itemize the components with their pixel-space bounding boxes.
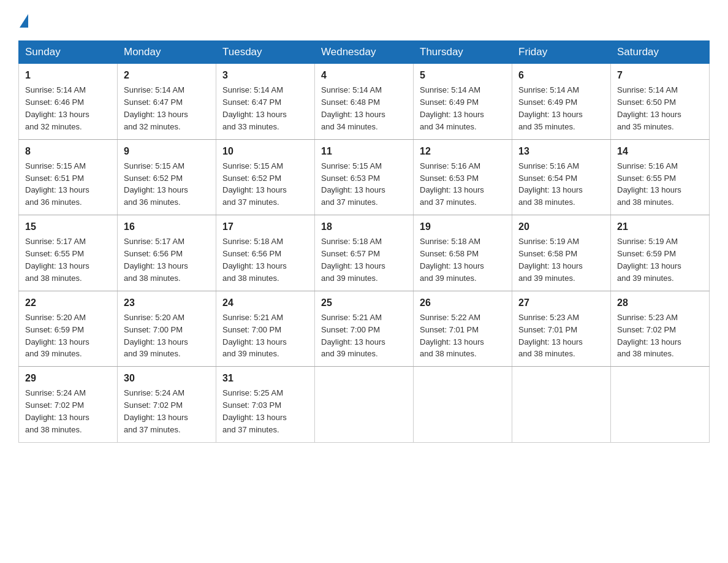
day-info: Sunrise: 5:14 AMSunset: 6:46 PMDaylight:… [25, 85, 89, 131]
calendar-day-cell: 10Sunrise: 5:15 AMSunset: 6:52 PMDayligh… [216, 139, 315, 215]
day-number: 25 [321, 296, 407, 310]
day-number: 6 [518, 68, 604, 82]
calendar-day-cell: 23Sunrise: 5:20 AMSunset: 7:00 PMDayligh… [118, 291, 216, 367]
day-info: Sunrise: 5:14 AMSunset: 6:49 PMDaylight:… [518, 85, 583, 131]
day-number: 14 [617, 144, 703, 158]
day-info: Sunrise: 5:18 AMSunset: 6:57 PMDaylight:… [321, 237, 385, 283]
header-monday: Monday [118, 41, 216, 64]
calendar-day-cell: 2Sunrise: 5:14 AMSunset: 6:47 PMDaylight… [118, 64, 216, 140]
day-number: 20 [518, 220, 604, 234]
header-friday: Friday [512, 41, 611, 64]
calendar-day-cell: 11Sunrise: 5:15 AMSunset: 6:53 PMDayligh… [315, 139, 414, 215]
day-number: 21 [617, 220, 703, 234]
header-wednesday: Wednesday [315, 41, 414, 64]
calendar-day-cell: 1Sunrise: 5:14 AMSunset: 6:46 PMDaylight… [19, 64, 118, 140]
calendar-week-row: 8Sunrise: 5:15 AMSunset: 6:51 PMDaylight… [19, 139, 710, 215]
day-number: 27 [518, 296, 604, 310]
day-info: Sunrise: 5:23 AMSunset: 7:01 PMDaylight:… [518, 313, 583, 359]
day-number: 3 [222, 68, 308, 82]
day-number: 31 [222, 371, 308, 385]
calendar-day-cell: 18Sunrise: 5:18 AMSunset: 6:57 PMDayligh… [315, 215, 414, 291]
day-info: Sunrise: 5:24 AMSunset: 7:02 PMDaylight:… [25, 388, 89, 434]
day-number: 8 [25, 144, 111, 158]
day-info: Sunrise: 5:17 AMSunset: 6:56 PMDaylight:… [124, 237, 188, 283]
day-info: Sunrise: 5:21 AMSunset: 7:00 PMDaylight:… [321, 313, 385, 359]
calendar-day-cell: 16Sunrise: 5:17 AMSunset: 6:56 PMDayligh… [118, 215, 216, 291]
day-number: 1 [25, 68, 111, 82]
day-number: 19 [420, 220, 506, 234]
day-info: Sunrise: 5:20 AMSunset: 7:00 PMDaylight:… [124, 313, 188, 359]
calendar-day-cell: 28Sunrise: 5:23 AMSunset: 7:02 PMDayligh… [611, 291, 710, 367]
day-info: Sunrise: 5:23 AMSunset: 7:02 PMDaylight:… [617, 313, 681, 359]
day-number: 28 [617, 296, 703, 310]
calendar-day-cell: 22Sunrise: 5:20 AMSunset: 6:59 PMDayligh… [19, 291, 118, 367]
calendar-day-cell [512, 367, 611, 443]
day-number: 23 [124, 296, 210, 310]
calendar-day-cell: 19Sunrise: 5:18 AMSunset: 6:58 PMDayligh… [414, 215, 512, 291]
calendar-table: SundayMondayTuesdayWednesdayThursdayFrid… [18, 40, 710, 443]
day-number: 16 [124, 220, 210, 234]
day-number: 29 [25, 371, 111, 385]
calendar-day-cell: 27Sunrise: 5:23 AMSunset: 7:01 PMDayligh… [512, 291, 611, 367]
day-number: 4 [321, 68, 407, 82]
day-info: Sunrise: 5:19 AMSunset: 6:59 PMDaylight:… [617, 237, 681, 283]
day-info: Sunrise: 5:20 AMSunset: 6:59 PMDaylight:… [25, 313, 89, 359]
calendar-header-row: SundayMondayTuesdayWednesdayThursdayFrid… [19, 41, 710, 64]
day-number: 22 [25, 296, 111, 310]
calendar-day-cell [315, 367, 414, 443]
calendar-week-row: 22Sunrise: 5:20 AMSunset: 6:59 PMDayligh… [19, 291, 710, 367]
calendar-day-cell: 29Sunrise: 5:24 AMSunset: 7:02 PMDayligh… [19, 367, 118, 443]
calendar-week-row: 29Sunrise: 5:24 AMSunset: 7:02 PMDayligh… [19, 367, 710, 443]
day-info: Sunrise: 5:18 AMSunset: 6:58 PMDaylight:… [420, 237, 484, 283]
day-number: 24 [222, 296, 308, 310]
header-sunday: Sunday [19, 41, 118, 64]
day-info: Sunrise: 5:25 AMSunset: 7:03 PMDaylight:… [222, 388, 287, 434]
day-info: Sunrise: 5:18 AMSunset: 6:56 PMDaylight:… [222, 237, 287, 283]
calendar-day-cell: 26Sunrise: 5:22 AMSunset: 7:01 PMDayligh… [414, 291, 512, 367]
day-number: 15 [25, 220, 111, 234]
calendar-day-cell: 9Sunrise: 5:15 AMSunset: 6:52 PMDaylight… [118, 139, 216, 215]
day-info: Sunrise: 5:15 AMSunset: 6:52 PMDaylight:… [222, 161, 287, 207]
day-info: Sunrise: 5:15 AMSunset: 6:52 PMDaylight:… [124, 161, 188, 207]
calendar-day-cell: 14Sunrise: 5:16 AMSunset: 6:55 PMDayligh… [611, 139, 710, 215]
calendar-week-row: 1Sunrise: 5:14 AMSunset: 6:46 PMDaylight… [19, 64, 710, 140]
day-info: Sunrise: 5:15 AMSunset: 6:53 PMDaylight:… [321, 161, 385, 207]
day-info: Sunrise: 5:14 AMSunset: 6:49 PMDaylight:… [420, 85, 484, 131]
calendar-day-cell: 15Sunrise: 5:17 AMSunset: 6:55 PMDayligh… [19, 215, 118, 291]
day-info: Sunrise: 5:14 AMSunset: 6:48 PMDaylight:… [321, 85, 385, 131]
calendar-day-cell: 24Sunrise: 5:21 AMSunset: 7:00 PMDayligh… [216, 291, 315, 367]
day-info: Sunrise: 5:24 AMSunset: 7:02 PMDaylight:… [124, 388, 188, 434]
day-number: 10 [222, 144, 308, 158]
day-info: Sunrise: 5:15 AMSunset: 6:51 PMDaylight:… [25, 161, 89, 207]
day-info: Sunrise: 5:16 AMSunset: 6:54 PMDaylight:… [518, 161, 583, 207]
day-number: 9 [124, 144, 210, 158]
logo [18, 12, 29, 29]
day-number: 7 [617, 68, 703, 82]
day-number: 11 [321, 144, 407, 158]
logo-triangle-icon [20, 14, 28, 28]
calendar-day-cell [414, 367, 512, 443]
calendar-day-cell: 25Sunrise: 5:21 AMSunset: 7:00 PMDayligh… [315, 291, 414, 367]
day-number: 30 [124, 371, 210, 385]
day-info: Sunrise: 5:17 AMSunset: 6:55 PMDaylight:… [25, 237, 89, 283]
header-tuesday: Tuesday [216, 41, 315, 64]
day-number: 17 [222, 220, 308, 234]
day-number: 13 [518, 144, 604, 158]
calendar-day-cell: 3Sunrise: 5:14 AMSunset: 6:47 PMDaylight… [216, 64, 315, 140]
calendar-day-cell: 6Sunrise: 5:14 AMSunset: 6:49 PMDaylight… [512, 64, 611, 140]
calendar-day-cell: 20Sunrise: 5:19 AMSunset: 6:58 PMDayligh… [512, 215, 611, 291]
page-header [18, 12, 710, 29]
calendar-day-cell: 4Sunrise: 5:14 AMSunset: 6:48 PMDaylight… [315, 64, 414, 140]
calendar-day-cell: 30Sunrise: 5:24 AMSunset: 7:02 PMDayligh… [118, 367, 216, 443]
day-info: Sunrise: 5:16 AMSunset: 6:53 PMDaylight:… [420, 161, 484, 207]
day-info: Sunrise: 5:16 AMSunset: 6:55 PMDaylight:… [617, 161, 681, 207]
header-thursday: Thursday [414, 41, 512, 64]
calendar-day-cell: 31Sunrise: 5:25 AMSunset: 7:03 PMDayligh… [216, 367, 315, 443]
calendar-day-cell [611, 367, 710, 443]
calendar-day-cell: 5Sunrise: 5:14 AMSunset: 6:49 PMDaylight… [414, 64, 512, 140]
day-info: Sunrise: 5:21 AMSunset: 7:00 PMDaylight:… [222, 313, 287, 359]
day-number: 2 [124, 68, 210, 82]
calendar-day-cell: 12Sunrise: 5:16 AMSunset: 6:53 PMDayligh… [414, 139, 512, 215]
day-info: Sunrise: 5:22 AMSunset: 7:01 PMDaylight:… [420, 313, 484, 359]
day-number: 5 [420, 68, 506, 82]
